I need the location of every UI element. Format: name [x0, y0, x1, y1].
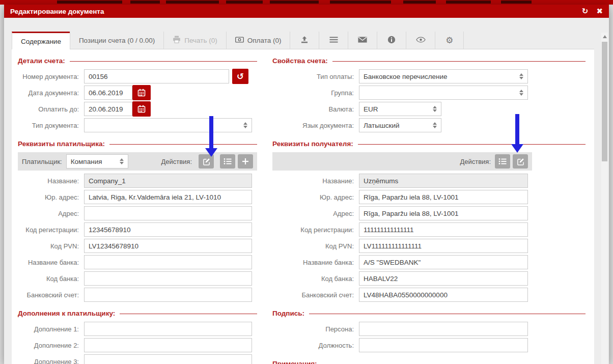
section-title-payer-extra: Дополнения к платильщику: [18, 309, 257, 318]
receiver_pvn_code-label: Код PVN: [272, 242, 359, 250]
group-row: Группа: [272, 86, 586, 100]
tab-print[interactable]: Печать (0) [163, 32, 226, 49]
tab-upload[interactable] [290, 32, 319, 49]
person-row: Персона: [272, 322, 586, 336]
chevron-up-icon [603, 35, 607, 38]
receiver_bank_account-row: Банковский счет: [272, 288, 586, 302]
background-text-fragment [57, 1, 122, 4]
doc_number-label: Номер документа: [18, 73, 84, 80]
payer_address-input[interactable] [84, 206, 252, 220]
scrollbar-thumb[interactable] [602, 42, 607, 161]
payer-add-button[interactable] [238, 154, 253, 169]
pay_until-input[interactable] [84, 102, 132, 116]
doc_date-input[interactable] [84, 86, 132, 100]
receiver_reg_code-row: Код регистрации: [272, 222, 586, 237]
calendar-button[interactable] [132, 85, 151, 100]
payer_pvn_code-row: Код PVN: [18, 239, 257, 253]
pay_until-label: Оплатить до: [18, 105, 84, 113]
money-icon [235, 37, 244, 44]
person-input[interactable] [359, 322, 528, 336]
tab-label: Позиции счета (0 / 0.00) [79, 37, 155, 44]
payer_bank_name-row: Название банка: [18, 255, 257, 269]
background-text-fragment [226, 1, 263, 4]
payer-actions-label: Действия: [161, 158, 192, 165]
extra_2-input[interactable] [84, 338, 252, 352]
position-row: Должность: [272, 338, 586, 352]
payer_bank_code-input[interactable] [84, 271, 252, 286]
doc_type-select[interactable] [84, 118, 252, 132]
extra_1-input[interactable] [84, 322, 252, 336]
payer-list-button[interactable] [220, 154, 235, 169]
payment_type-select[interactable]: Банковское перечисление [359, 69, 528, 83]
background-text-fragment [501, 1, 532, 4]
payer_bank_name-input[interactable] [84, 255, 252, 269]
section-title-text: Реквизиты получателя: [272, 140, 353, 148]
tab-info[interactable] [377, 32, 406, 49]
left-column: Детали счета: Номер документа:↺Дата доку… [18, 57, 257, 364]
currency-select[interactable]: EUR [359, 102, 441, 116]
receiver_bank_name-input[interactable] [359, 255, 528, 269]
tab-invoice-positions[interactable]: Позиции счета (0 / 0.00) [70, 32, 163, 49]
group-select[interactable] [359, 86, 528, 100]
payment_type-label: Тип оплаты: [272, 73, 359, 80]
position-input[interactable] [359, 338, 528, 352]
receiver_bank_code-input[interactable] [359, 271, 528, 286]
background-app-bar [0, 0, 613, 5]
payer_bank_account-input[interactable] [84, 288, 252, 302]
doc_number-input[interactable] [84, 69, 229, 83]
payer_pvn_code-input[interactable] [84, 239, 252, 253]
section-rule [358, 144, 586, 145]
vertical-scrollbar[interactable] [601, 33, 608, 364]
page-background: Редактирование документа ↻ ✖ Содержание … [0, 0, 613, 364]
close-icon[interactable]: ✖ [596, 8, 603, 15]
tab-list[interactable] [319, 32, 348, 49]
payer_pvn_code-label: Код PVN: [18, 242, 84, 250]
modal-header: Редактирование документа ↻ ✖ [4, 5, 609, 18]
receiver-actions-label: Действия: [460, 158, 491, 165]
extra_1-label: Дополнение 1: [18, 325, 84, 333]
section-title-notes: Примечания: [272, 359, 586, 364]
envelope-icon [358, 37, 367, 44]
receiver_address-input[interactable] [359, 206, 528, 220]
history-button[interactable]: ↺ [232, 69, 248, 84]
currency-row: Валюта:EUR [272, 102, 586, 116]
receiver_reg_code-input[interactable] [359, 222, 528, 237]
background-text-fragment [130, 1, 160, 4]
extra_3-input[interactable] [84, 354, 252, 364]
payer_legal_address-input[interactable] [84, 190, 252, 204]
payer_address-row: Адрес: [18, 206, 257, 220]
receiver-edit-button[interactable] [513, 154, 528, 169]
receiver_bank_account-input[interactable] [359, 288, 528, 302]
payer_reg_code-input[interactable] [84, 222, 252, 237]
tab-payment[interactable]: Оплата (0) [226, 32, 290, 49]
list-icon [329, 37, 338, 44]
section-title-text: Реквизиты платильщика: [18, 140, 105, 148]
eye-icon [416, 37, 426, 44]
payer_name-input[interactable] [84, 174, 252, 188]
payer_legal_address-label: Юр. адрес: [18, 193, 84, 201]
receiver_name-input[interactable] [359, 174, 528, 188]
language-select[interactable]: Латышский [359, 118, 441, 132]
receiver_legal_address-input[interactable] [359, 190, 528, 204]
calendar-button[interactable] [132, 101, 151, 117]
select-arrows-icon [519, 90, 523, 96]
scrollbar-up-button[interactable] [601, 33, 608, 40]
background-text-fragment [403, 1, 436, 4]
section-title-text: Дополнения к платильщику: [18, 310, 115, 317]
tab-preview[interactable] [406, 32, 435, 49]
payer_reg_code-row: Код регистрации: [18, 222, 257, 237]
tab-label: Оплата (0) [247, 37, 282, 44]
payer_legal_address-row: Юр. адрес: [18, 190, 257, 204]
position-label: Должность: [272, 342, 359, 349]
payer-select[interactable]: Компания [66, 154, 128, 169]
tab-contents[interactable]: Содержание [12, 32, 70, 49]
tab-settings[interactable]: ⚙ [435, 32, 464, 49]
background-text-fragment [330, 1, 391, 4]
tab-email[interactable] [348, 32, 377, 49]
receiver_name-row: Название: [272, 174, 586, 188]
payment_type-select-value: Банковское перечисление [364, 73, 448, 80]
receiver-list-button[interactable] [495, 154, 510, 169]
receiver-toolbar: Действия: [272, 152, 532, 171]
refresh-icon[interactable]: ↻ [582, 8, 589, 15]
receiver_pvn_code-input[interactable] [359, 239, 528, 253]
